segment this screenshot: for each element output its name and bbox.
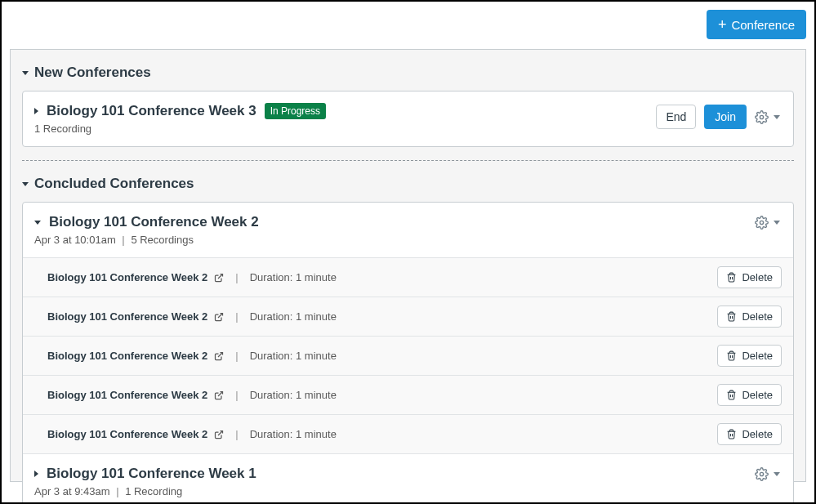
delete-button[interactable]: Delete (717, 423, 782, 445)
separator: | (235, 310, 238, 323)
recording-count: 1 Recording (125, 485, 182, 497)
conference-title[interactable]: Biology 101 Conference Week 2 (49, 214, 259, 230)
recording-row: Biology 101 Conference Week 2|Duration: … (23, 297, 793, 336)
recording-title[interactable]: Biology 101 Conference Week 2 (47, 428, 207, 440)
separator: | (122, 234, 124, 246)
recording-row: Biology 101 Conference Week 2|Duration: … (23, 375, 793, 414)
delete-label: Delete (742, 310, 773, 323)
new-conference-label: Conference (731, 18, 795, 32)
external-link-icon (214, 390, 224, 400)
external-link-icon (214, 273, 224, 283)
conference-settings-menu[interactable] (755, 110, 780, 124)
new-conference-button[interactable]: + Conference (707, 10, 806, 39)
conference-settings-menu[interactable] (755, 216, 780, 230)
svg-line-2 (218, 274, 223, 279)
gear-icon (755, 467, 769, 481)
delete-button[interactable]: Delete (717, 266, 782, 288)
new-conferences-header[interactable]: New Conferences (22, 65, 794, 81)
delete-label: Delete (742, 350, 773, 362)
new-conference-card: Biology 101 Conference Week 3 In Progres… (22, 91, 794, 147)
join-button[interactable]: Join (704, 105, 747, 129)
svg-line-5 (218, 391, 223, 396)
recording-title[interactable]: Biology 101 Conference Week 2 (47, 271, 207, 283)
section-divider (22, 160, 794, 161)
recording-title[interactable]: Biology 101 Conference Week 2 (47, 310, 207, 323)
delete-button[interactable]: Delete (717, 306, 782, 328)
svg-line-4 (218, 352, 223, 357)
separator: | (235, 389, 238, 401)
caret-down-icon (774, 221, 780, 225)
recording-duration: Duration: 1 minute (250, 350, 337, 362)
gear-icon (755, 110, 769, 124)
recording-row: Biology 101 Conference Week 2|Duration: … (23, 414, 793, 453)
svg-line-6 (218, 430, 223, 435)
svg-line-3 (218, 313, 223, 318)
recording-duration: Duration: 1 minute (250, 428, 337, 440)
concluded-conferences-header[interactable]: Concluded Conferences (22, 176, 794, 192)
trash-icon (726, 350, 737, 361)
caret-right-icon[interactable] (34, 471, 38, 477)
trash-icon (726, 272, 737, 283)
svg-point-7 (760, 472, 763, 475)
conference-title[interactable]: Biology 101 Conference Week 1 (47, 466, 256, 482)
trash-icon (726, 311, 737, 322)
caret-down-icon (774, 115, 780, 119)
recording-row: Biology 101 Conference Week 2|Duration: … (23, 257, 793, 297)
recording-duration: Duration: 1 minute (250, 271, 337, 283)
recording-title[interactable]: Biology 101 Conference Week 2 (47, 350, 207, 362)
delete-button[interactable]: Delete (717, 345, 782, 367)
separator: | (235, 271, 238, 283)
trash-icon (726, 390, 737, 400)
delete-button[interactable]: Delete (717, 384, 782, 406)
caret-right-icon[interactable] (34, 108, 38, 114)
external-link-icon (214, 430, 224, 439)
caret-down-icon (22, 182, 29, 186)
conference-subtext: 1 Recording (34, 123, 326, 135)
gear-icon (755, 216, 769, 230)
conference-row: Biology 101 Conference Week 1 Apr 3 at 9… (23, 453, 793, 504)
recording-duration: Duration: 1 minute (250, 310, 337, 323)
recording-count: 5 Recordings (131, 234, 194, 246)
delete-label: Delete (742, 271, 773, 283)
plus-icon: + (718, 17, 727, 32)
conferences-panel: New Conferences Biology 101 Conference W… (10, 49, 806, 482)
caret-down-icon (22, 71, 29, 75)
trash-icon (726, 429, 737, 439)
caret-down-icon (774, 472, 780, 476)
separator: | (116, 485, 118, 497)
conference-date: Apr 3 at 10:01am (34, 234, 116, 246)
end-button[interactable]: End (656, 105, 696, 129)
recording-duration: Duration: 1 minute (250, 389, 337, 401)
recording-row: Biology 101 Conference Week 2|Duration: … (23, 336, 793, 375)
separator: | (235, 428, 238, 440)
conference-settings-menu[interactable] (755, 467, 780, 481)
concluded-conferences-card: Biology 101 Conference Week 2 Apr 3 at 1… (22, 202, 794, 504)
separator: | (235, 350, 238, 362)
svg-point-1 (760, 221, 763, 224)
conference-row: Biology 101 Conference Week 2 Apr 3 at 1… (23, 203, 793, 257)
caret-down-icon[interactable] (34, 221, 41, 225)
new-conferences-title: New Conferences (34, 65, 151, 81)
external-link-icon (214, 351, 224, 361)
external-link-icon (214, 312, 224, 322)
status-badge: In Progress (265, 103, 326, 119)
recordings-list: Biology 101 Conference Week 2|Duration: … (23, 257, 793, 453)
conference-date: Apr 3 at 9:43am (34, 485, 110, 497)
concluded-conferences-title: Concluded Conferences (34, 176, 194, 192)
conference-title[interactable]: Biology 101 Conference Week 3 (47, 103, 256, 119)
svg-point-0 (760, 115, 763, 118)
recording-title[interactable]: Biology 101 Conference Week 2 (47, 389, 207, 401)
delete-label: Delete (742, 389, 773, 401)
delete-label: Delete (742, 428, 773, 440)
